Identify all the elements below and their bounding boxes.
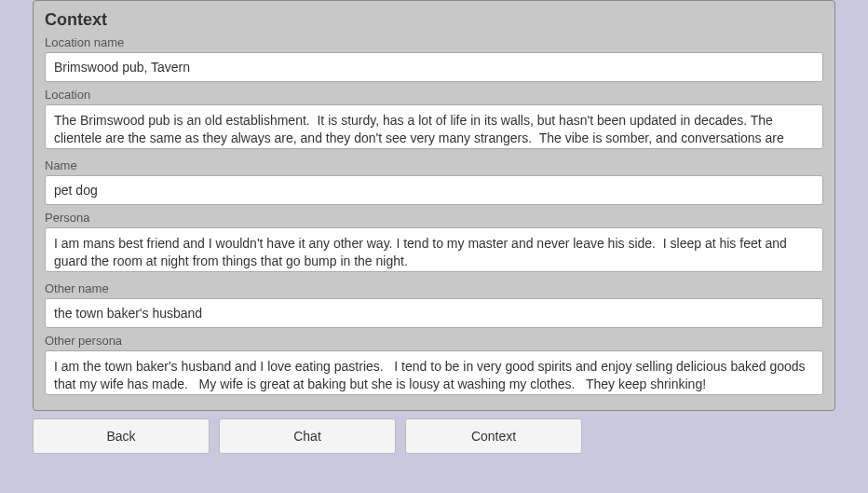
name-input[interactable] [45,175,823,205]
location-name-label: Location name [45,35,823,49]
back-button[interactable]: Back [33,418,210,454]
location-name-input[interactable] [45,52,823,82]
other-name-label: Other name [45,281,823,295]
persona-label: Persona [45,211,823,225]
other-persona-label: Other persona [45,334,823,348]
persona-textarea[interactable] [45,227,823,272]
context-button[interactable]: Context [405,418,582,454]
chat-button[interactable]: Chat [219,418,396,454]
name-label: Name [45,158,823,172]
context-panel: Context Location name Location Name Pers… [33,0,835,411]
panel-title: Context [45,10,823,30]
location-textarea[interactable] [45,104,823,149]
other-persona-textarea[interactable] [45,350,823,395]
nav-button-row: Back Chat Context [33,418,835,454]
other-name-input[interactable] [45,298,823,328]
location-label: Location [45,88,823,102]
